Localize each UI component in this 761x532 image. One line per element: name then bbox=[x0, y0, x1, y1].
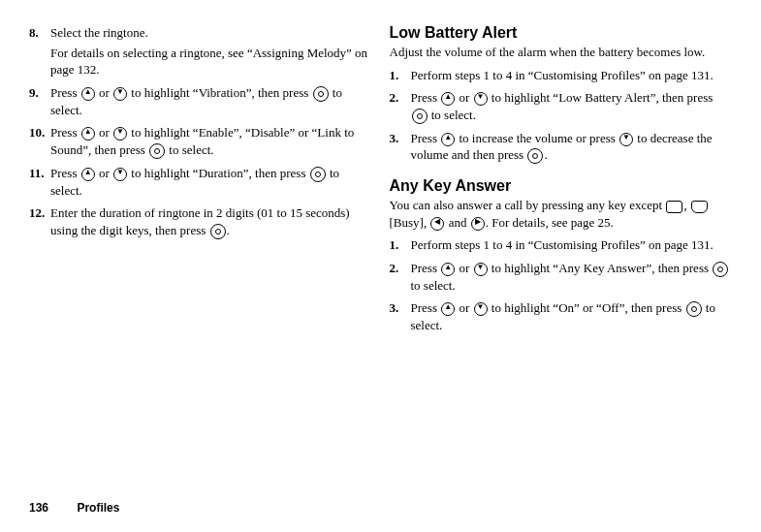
down-icon bbox=[474, 302, 488, 316]
select-icon bbox=[527, 148, 543, 164]
up-icon bbox=[81, 168, 95, 181]
text-post: . bbox=[544, 147, 547, 162]
text-mid1: or bbox=[96, 166, 112, 180]
end-key-icon bbox=[666, 201, 682, 213]
step-text: Select the ringtone. bbox=[50, 25, 148, 40]
step-9: 9. Press or to highlight “Vibration”, th… bbox=[29, 84, 372, 119]
text-mid1: or bbox=[456, 90, 472, 105]
step-number: 3. bbox=[390, 299, 411, 334]
step-body: Press or to highlight “Enable”, “Disable… bbox=[50, 124, 372, 159]
desc-pre: You can also answer a call by pressing a… bbox=[390, 198, 666, 212]
down-icon bbox=[113, 127, 127, 141]
step-body: Select the ringtone. For details on sele… bbox=[50, 24, 372, 78]
step-body: Press or to highlight “Duration”, then p… bbox=[50, 165, 372, 200]
step-number: 2. bbox=[390, 260, 411, 295]
select-icon bbox=[149, 143, 165, 159]
ak-step-2: 2. Press or to highlight “Any Key Answer… bbox=[390, 260, 733, 295]
text-pre: Enter the duration of ringtone in 2 digi… bbox=[50, 205, 350, 237]
text-post: to select. bbox=[428, 108, 476, 122]
down-icon bbox=[113, 87, 127, 101]
step-body: Perform steps 1 to 4 in “Customising Pro… bbox=[411, 236, 733, 254]
select-icon bbox=[313, 86, 329, 102]
step-detail: For details on selecting a ringtone, see… bbox=[50, 45, 372, 78]
text-pre: Press bbox=[411, 131, 441, 145]
text-mid2: to highlight “Duration”, then press bbox=[128, 166, 309, 180]
text-pre: Press bbox=[50, 125, 80, 140]
right-column: Low Battery Alert Adjust the volume of t… bbox=[390, 24, 733, 340]
step-number: 9. bbox=[29, 84, 50, 119]
text-post: to select. bbox=[166, 142, 213, 157]
text-mid1: or bbox=[456, 261, 472, 275]
step-number: 8. bbox=[29, 24, 50, 78]
step-number: 3. bbox=[390, 130, 411, 165]
chapter-name: Profiles bbox=[77, 501, 119, 515]
select-icon bbox=[210, 224, 226, 239]
section-title: Low Battery Alert bbox=[390, 24, 733, 42]
desc-post: . For details, see page 25. bbox=[486, 215, 614, 230]
up-icon bbox=[81, 127, 95, 141]
section-any-key: Any Key Answer You can also answer a cal… bbox=[390, 177, 733, 334]
text-pre: Press bbox=[411, 300, 441, 315]
text-mid2: to highlight “On” or “Off”, then press bbox=[489, 300, 685, 315]
page-footer: 136 Profiles bbox=[29, 501, 119, 515]
text-pre: Press bbox=[50, 85, 80, 100]
up-icon bbox=[441, 133, 455, 146]
step-11: 11. Press or to highlight “Duration”, th… bbox=[29, 165, 372, 200]
section-desc: Adjust the volume of the alarm when the … bbox=[390, 44, 733, 61]
step-number: 1. bbox=[390, 236, 411, 254]
step-8: 8. Select the ringtone. For details on s… bbox=[29, 24, 372, 78]
select-icon bbox=[310, 167, 326, 182]
up-icon bbox=[81, 87, 95, 101]
down-icon bbox=[619, 133, 633, 146]
text-pre: Press bbox=[411, 261, 441, 275]
select-icon bbox=[713, 262, 728, 277]
softkey-icon bbox=[691, 201, 708, 213]
down-icon bbox=[474, 92, 488, 106]
text-mid2: to highlight “Low Battery Alert”, then p… bbox=[489, 90, 713, 105]
step-body: Press to increase the volume or press to… bbox=[411, 130, 733, 165]
text-pre: Press bbox=[50, 166, 80, 180]
step-body: Perform steps 1 to 4 in “Customising Pro… bbox=[411, 67, 733, 84]
page-number: 136 bbox=[29, 501, 48, 515]
up-icon bbox=[441, 263, 455, 276]
text-mid1: or bbox=[96, 85, 112, 100]
step-body: Press or to highlight “Any Key Answer”, … bbox=[411, 260, 733, 295]
step-number: 2. bbox=[390, 89, 411, 124]
select-icon bbox=[686, 301, 702, 317]
left-column: 8. Select the ringtone. For details on s… bbox=[29, 24, 372, 340]
desc-busy: [Busy], bbox=[390, 215, 430, 230]
step-10: 10. Press or to highlight “Enable”, “Dis… bbox=[29, 124, 372, 159]
step-number: 1. bbox=[390, 67, 411, 84]
select-icon bbox=[412, 109, 428, 124]
lb-step-2: 2. Press or to highlight “Low Battery Al… bbox=[390, 89, 733, 124]
text-mid1: or bbox=[456, 300, 472, 315]
text-mid2: to highlight “Any Key Answer”, then pres… bbox=[489, 261, 713, 275]
ak-step-3: 3. Press or to highlight “On” or “Off”, … bbox=[390, 299, 733, 334]
lb-step-3: 3. Press to increase the volume or press… bbox=[390, 130, 733, 165]
text-post: . bbox=[227, 223, 230, 237]
step-body: Press or to highlight “Low Battery Alert… bbox=[411, 89, 733, 124]
page-columns: 8. Select the ringtone. For details on s… bbox=[29, 24, 732, 340]
text-post: to select. bbox=[411, 278, 456, 293]
step-number: 11. bbox=[29, 165, 50, 200]
text-mid1: to increase the volume or press bbox=[456, 131, 618, 145]
text-pre: Press bbox=[411, 90, 441, 105]
step-number: 12. bbox=[29, 204, 50, 239]
section-low-battery: Low Battery Alert Adjust the volume of t… bbox=[390, 24, 733, 164]
lb-step-1: 1. Perform steps 1 to 4 in “Customising … bbox=[390, 67, 733, 84]
step-12: 12. Enter the duration of ringtone in 2 … bbox=[29, 204, 372, 239]
section-desc: You can also answer a call by pressing a… bbox=[390, 197, 733, 231]
up-icon bbox=[441, 302, 455, 316]
step-number: 10. bbox=[29, 124, 50, 159]
text-mid2: to highlight “Vibration”, then press bbox=[128, 85, 312, 100]
down-icon bbox=[474, 263, 488, 276]
text-mid1: or bbox=[96, 125, 112, 140]
step-body: Press or to highlight “On” or “Off”, the… bbox=[411, 299, 733, 334]
section-title: Any Key Answer bbox=[390, 177, 733, 195]
right-icon bbox=[471, 217, 485, 231]
left-icon bbox=[430, 217, 444, 231]
step-body: Enter the duration of ringtone in 2 digi… bbox=[50, 204, 372, 239]
desc-and: and bbox=[445, 215, 469, 230]
down-icon bbox=[113, 168, 127, 181]
up-icon bbox=[441, 92, 455, 106]
